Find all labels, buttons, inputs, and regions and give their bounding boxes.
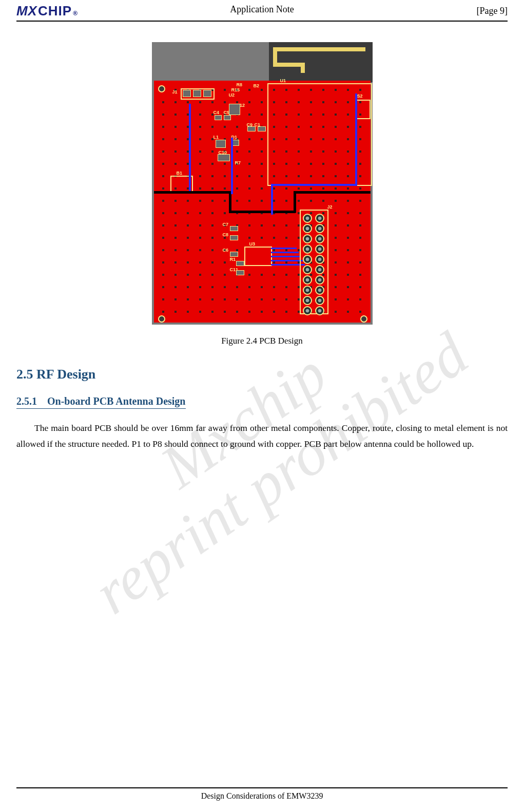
refdes-j2: J2: [327, 204, 333, 210]
refdes-b1: B1: [177, 171, 183, 176]
refdes-u2: U2: [229, 92, 235, 98]
heading-2-5-1: 2.5.1 On-board PCB Antenna Design: [16, 395, 186, 409]
heading-number: 2.5: [16, 367, 33, 382]
header-title: Application Note: [0, 4, 524, 15]
refdes-r1: R1: [230, 257, 236, 262]
subheading-text: On-board PCB Antenna Design: [47, 395, 186, 407]
refdes-b2: B2: [254, 83, 260, 88]
header-rule: [16, 21, 508, 22]
figure-caption: Figure 2.4 PCB Design: [221, 336, 303, 346]
body-paragraph: The main board PCB should be over 16mm f…: [16, 420, 508, 451]
refdes-u3: U3: [249, 241, 256, 247]
refdes-c8: C8: [223, 232, 229, 237]
subheading-number: 2.5.1: [16, 395, 37, 407]
refdes-s2: S2: [357, 93, 363, 99]
refdes-r15: R15: [231, 87, 240, 92]
refdes-c4: C4: [214, 110, 220, 115]
refdes-j1: J1: [172, 89, 178, 95]
heading-2-5: 2.5 RF Design: [16, 367, 508, 382]
refdes-r7: R7: [235, 160, 241, 165]
refdes-c6: C6: [223, 248, 229, 253]
page-header: M X CHIP ® Application Note [Page 9]: [16, 0, 508, 22]
footer-rule: [16, 787, 508, 788]
heading-text: RF Design: [36, 367, 95, 382]
figure-2-4: U1 J1 S2 U2 R8 R15 B2 C4 C5 C12 C9 L1 D1…: [16, 42, 508, 346]
pcb-layout-image: U1 J1 S2 U2 R8 R15 B2 C4 C5 C12 C9 L1 D1…: [152, 42, 373, 325]
refdes-l1: L1: [214, 135, 219, 140]
refdes-r8: R8: [237, 82, 243, 87]
footer-text: Design Considerations of EMW3239: [0, 791, 524, 801]
refdes-c7: C7: [223, 222, 229, 227]
refdes-u1: U1: [280, 78, 286, 83]
